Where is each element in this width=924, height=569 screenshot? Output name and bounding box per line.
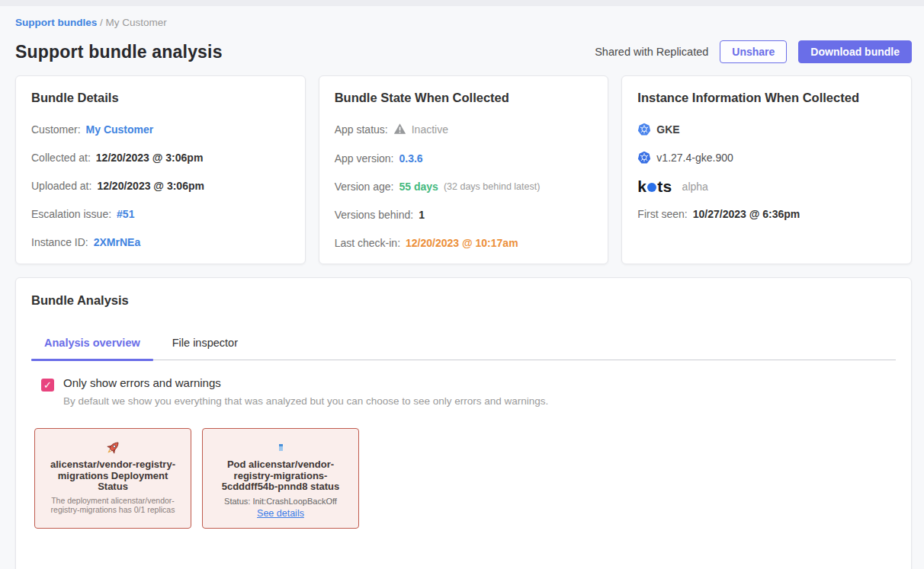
broken-image-icon <box>210 439 351 456</box>
distribution-value: GKE <box>656 123 679 136</box>
app-status-label: App status: <box>335 123 388 136</box>
collected-at-value: 12/20/2023 @ 3:06pm <box>96 152 204 164</box>
last-checkin-label: Last check-in: <box>335 237 400 249</box>
instance-info-title: Instance Information When Collected <box>637 91 896 105</box>
version-age-row: Version age: 55 days (32 days behind lat… <box>335 180 593 193</box>
escalation-issue-link[interactable]: #51 <box>117 208 134 220</box>
analysis-result-message: The deployment alicenstar/vendor-registr… <box>42 496 184 516</box>
first-seen-value: 10/27/2023 @ 6:36pm <box>693 208 800 220</box>
version-age-value: 55 days <box>399 181 438 193</box>
escalation-issue-label: Escalation issue: <box>31 208 111 220</box>
instance-id-link[interactable]: 2XMrNEa <box>94 236 140 248</box>
page-header: Support bundles / My Customer Support bu… <box>0 6 924 63</box>
app-status-value: Inactive <box>412 123 448 136</box>
bundle-details-title: Bundle Details <box>31 91 290 105</box>
bundle-analysis-title: Bundle Analysis <box>31 293 896 308</box>
app-status-row: App status: Inactive <box>335 123 593 136</box>
escalation-issue-row: Escalation issue: #51 <box>31 207 290 220</box>
unshare-button[interactable]: Unshare <box>720 40 787 63</box>
filter-description: By default we show you everything that w… <box>63 395 548 407</box>
analysis-result-title: Pod alicenstar/vendor-registry-migration… <box>210 459 351 493</box>
bundle-analysis-card: Bundle Analysis Analysis overview File i… <box>15 277 912 569</box>
uploaded-at-label: Uploaded at: <box>31 180 91 192</box>
rocket-icon <box>42 439 184 456</box>
bundle-state-title: Bundle State When Collected <box>335 91 593 105</box>
app-version-label: App version: <box>335 152 394 165</box>
kots-logo: kts <box>637 178 672 194</box>
first-seen-label: First seen: <box>637 208 687 220</box>
only-errors-checkbox[interactable]: ✓ <box>41 379 54 392</box>
analysis-result-title: alicenstar/vendor-registry-migrations De… <box>42 459 184 493</box>
versions-behind-value: 1 <box>419 209 425 221</box>
bundle-state-card: Bundle State When Collected App status: … <box>319 75 609 264</box>
k8s-version-row: v1.27.4-gke.900 <box>637 151 896 165</box>
breadcrumb-support-bundles-link[interactable]: Support bundles <box>15 17 97 28</box>
see-details-link[interactable]: See details <box>257 508 304 519</box>
kubernetes-icon <box>637 151 651 165</box>
errors-warnings-filter: ✓ Only show errors and warnings By defau… <box>41 376 896 407</box>
kubernetes-icon <box>637 123 651 136</box>
summary-cards-row: Bundle Details Customer: My Customer Col… <box>0 75 924 264</box>
share-controls: Shared with Replicated Unshare Download … <box>595 40 912 63</box>
customer-link[interactable]: My Customer <box>86 123 154 136</box>
analysis-result-status: Status: Init:CrashLoopBackOff <box>210 497 351 506</box>
uploaded-at-row: Uploaded at: 12/20/2023 @ 3:06pm <box>31 179 290 192</box>
page-title: Support bundle analysis <box>15 42 223 62</box>
customer-label: Customer: <box>31 123 81 136</box>
instance-id-label: Instance ID: <box>31 236 88 248</box>
kots-row: kts alpha <box>637 178 896 194</box>
analysis-card-deployment-status[interactable]: alicenstar/vendor-registry-migrations De… <box>34 428 191 529</box>
distribution-row: GKE <box>637 123 896 136</box>
instance-info-card: Instance Information When Collected GKE <box>621 75 912 264</box>
instance-id-row: Instance ID: 2XMrNEa <box>31 235 290 248</box>
breadcrumb-separator: / <box>100 17 106 28</box>
analysis-tabbar: Analysis overview File inspector <box>31 331 896 360</box>
shared-status-text: Shared with Replicated <box>595 46 708 58</box>
k8s-version-value: v1.27.4-gke.900 <box>656 152 733 164</box>
analysis-card-pod-status[interactable]: Pod alicenstar/vendor-registry-migration… <box>202 428 359 529</box>
analysis-results: alicenstar/vendor-registry-migrations De… <box>34 428 896 529</box>
last-checkin-row: Last check-in: 12/20/2023 @ 10:17am <box>335 236 593 249</box>
version-age-note: (32 days behind latest) <box>444 181 540 192</box>
versions-behind-row: Versions behind: 1 <box>335 208 593 221</box>
filter-label[interactable]: Only show errors and warnings <box>63 376 548 389</box>
tab-analysis-overview[interactable]: Analysis overview <box>31 331 153 360</box>
top-strip <box>0 0 924 6</box>
app-version-link[interactable]: 0.3.6 <box>399 152 423 165</box>
breadcrumb-current: My Customer <box>106 17 167 28</box>
uploaded-at-value: 12/20/2023 @ 3:06pm <box>97 180 204 192</box>
collected-at-row: Collected at: 12/20/2023 @ 3:06pm <box>31 151 290 164</box>
collected-at-label: Collected at: <box>31 152 91 164</box>
first-seen-row: First seen: 10/27/2023 @ 6:36pm <box>637 207 896 220</box>
kots-logo-o-icon <box>647 183 656 192</box>
bundle-details-card: Bundle Details Customer: My Customer Col… <box>15 75 306 264</box>
kots-channel: alpha <box>682 181 708 193</box>
download-bundle-button[interactable]: Download bundle <box>798 40 912 63</box>
last-checkin-value: 12/20/2023 @ 10:17am <box>406 237 518 249</box>
breadcrumb: Support bundles / My Customer <box>15 17 912 28</box>
versions-behind-label: Versions behind: <box>335 209 414 221</box>
customer-row: Customer: My Customer <box>31 123 290 136</box>
version-age-label: Version age: <box>335 181 394 193</box>
tab-file-inspector[interactable]: File inspector <box>159 331 251 360</box>
warning-triangle-icon <box>393 123 406 136</box>
app-version-row: App version: 0.3.6 <box>335 152 593 165</box>
